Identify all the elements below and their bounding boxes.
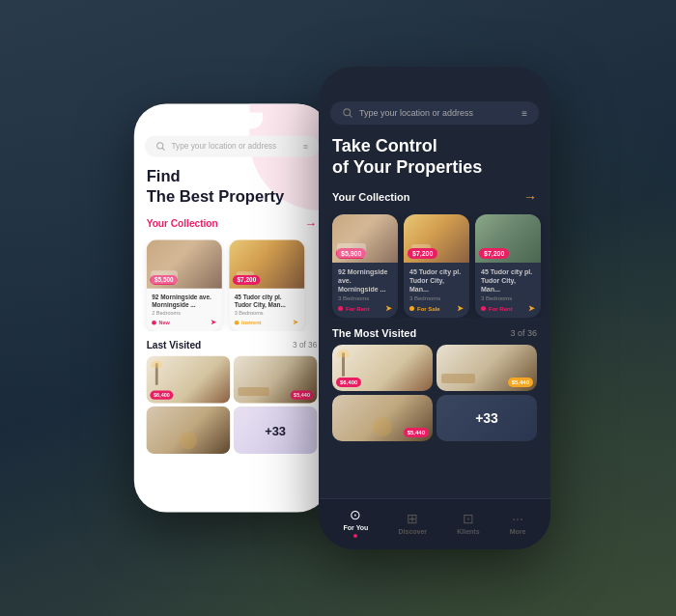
phone1-last-visited: Last Visited 3 of 36 $6,400 $5,440 +33 (134, 331, 329, 454)
phone2-cards-row: $5,900 92 Morningside ave. Morningside .… (319, 214, 550, 318)
klients-label: Klients (457, 528, 479, 535)
phone2-collection-label: Your Collection (332, 191, 409, 203)
phone2-collection-arrow[interactable]: → (523, 189, 537, 205)
phone1-card1-body: 92 Morningside ave. Morningside ... 2 Be… (147, 289, 222, 331)
phone1-card1-address: 92 Morningside ave. Morningside ... (152, 294, 216, 310)
phone2-title-line2: of Your Properties (332, 157, 482, 177)
nav-item-foryou[interactable]: ⊙ For You (344, 507, 369, 538)
phone2-collection-header: Your Collection → (319, 185, 550, 209)
phone1-cell2-price: $5,440 (290, 391, 313, 400)
svg-line-1 (162, 148, 164, 150)
phone2-plus-count: +33 (475, 410, 498, 426)
phone1-card2-img: $7,200 (229, 239, 304, 289)
phone1-card-1[interactable]: $5,500 92 Morningside ave. Morningside .… (147, 239, 222, 331)
nav-item-more[interactable]: ··· More (510, 511, 526, 535)
phone2-visited-cell-2[interactable]: $5,440 (437, 345, 537, 391)
phones-container: Type your location or address ≡ Find The… (126, 67, 550, 549)
phone2-card-1[interactable]: $5,900 92 Morningside ave. Morningside .… (332, 214, 398, 318)
phone1-card2-address: 45 Tudor city pl. Tudor City, Man... (235, 294, 299, 310)
foryou-icon: ⊙ (350, 507, 361, 522)
phone1-card2-status-dot (235, 321, 239, 325)
phone2-cell2-price: $5,440 (508, 378, 533, 387)
phone2-card1-send-icon[interactable]: ➤ (385, 304, 392, 313)
phone2-card1-address: 92 Morningside ave. Morningside ... (338, 267, 392, 294)
phone2-card2-img: $7,200 (404, 214, 469, 263)
more-label: More (510, 528, 526, 535)
phone2-card3-send-icon[interactable]: ➤ (528, 304, 535, 313)
phone2-card-3[interactable]: $7,200 45 Tudor city pl. Tudor City, Man… (475, 214, 541, 318)
phone1-card2-send-icon[interactable]: ➤ (293, 319, 298, 326)
nav-item-klients[interactable]: ⊡ Klients (457, 511, 479, 535)
klients-icon: ⊡ (463, 511, 474, 526)
phone1-visited-cell-2[interactable]: $5,440 (234, 356, 317, 404)
phone1-notch (201, 113, 263, 129)
phone1-plus-count: +33 (265, 423, 286, 437)
phone2-card3-status-label: For Rent (489, 306, 513, 312)
phone2-search-icon (342, 107, 353, 119)
phone2-card1-beds: 3 Bedrooms (338, 295, 392, 301)
phone1-lv-title: Last Visited (147, 340, 202, 350)
phone1-lv-header: Last Visited 3 of 36 (147, 340, 318, 350)
phone2-card3-price: $7,200 (479, 248, 509, 259)
more-icon: ··· (512, 511, 523, 526)
phone1-search-bar[interactable]: Type your location or address ≡ (145, 136, 319, 157)
phone2-most-visited: The Most Visited 3 of 36 $6,400 $5,440 $… (319, 318, 550, 441)
phone2-search-placeholder: Type your location or address (359, 108, 516, 118)
phone1-collection-label: Your Collection (147, 218, 218, 229)
phone2-cell1-price: $6,400 (336, 378, 361, 387)
phone2-filter-icon[interactable]: ≡ (521, 108, 527, 119)
phone1-collection-arrow[interactable]: → (304, 216, 317, 231)
phone-light: Type your location or address ≡ Find The… (134, 103, 329, 512)
phone2-card2-send-icon[interactable]: ➤ (457, 304, 464, 313)
phone1-card2-beds: 3 Bedrooms (235, 311, 299, 317)
phone2-card2-beds: 3 Bedrooms (409, 295, 464, 301)
phone1-visited-cell-1[interactable]: $6,400 (147, 356, 230, 404)
phone1-visited-cell-4[interactable]: +33 (234, 406, 317, 454)
discover-label: Discover (398, 528, 427, 535)
discover-icon: ⊞ (407, 511, 418, 526)
phone2-card3-body: 45 Tudor city pl. Tudor City, Man... 3 B… (475, 263, 541, 318)
phone1-search-placeholder: Type your location or address (171, 142, 297, 151)
phone2-card2-status-label: For Sale (417, 306, 440, 312)
phone-dark: Type your location or address ≡ Take Con… (319, 67, 550, 549)
phone2-card1-body: 92 Morningside ave. Morningside ... 3 Be… (332, 263, 398, 318)
phone2-visited-cell-1[interactable]: $6,400 (332, 345, 433, 391)
phone2-visited-cell-4[interactable]: +33 (437, 395, 537, 441)
phone1-card2-status: Instrent ➤ (235, 319, 299, 326)
phone2-card1-status: For Rent ➤ (338, 304, 392, 313)
phone1-card1-price: $5,500 (150, 275, 178, 285)
phone1-cards-row: $5,500 92 Morningside ave. Morningside .… (134, 239, 329, 331)
phone1-card1-img: $5,500 (147, 239, 222, 289)
phone2-visited-grid: $6,400 $5,440 $5,440 +33 (332, 345, 537, 441)
phone2-card-2[interactable]: $7,200 45 Tudor city pl. Tudor City, Man… (404, 214, 469, 318)
phone1-cell1-price: $6,400 (150, 391, 173, 400)
phone1-card1-status: New ➤ (152, 319, 216, 326)
phone1-top-bar (134, 103, 329, 128)
phone1-card1-status-dot (152, 321, 156, 325)
phone1-visited-cell-3[interactable] (147, 406, 230, 454)
phone2-card2-dot (409, 306, 414, 311)
phone1-card1-send-icon[interactable]: ➤ (211, 319, 216, 326)
phone1-title-line1: Find (147, 168, 181, 185)
phone1-card1-status-label: New (159, 321, 170, 326)
phone1-visited-grid: $6,400 $5,440 +33 (147, 356, 318, 454)
search-icon (155, 141, 166, 152)
nav-item-discover[interactable]: ⊞ Discover (398, 511, 427, 535)
phone1-collection-header: Your Collection → (134, 213, 329, 235)
phone2-notch (401, 76, 468, 94)
phone2-search-bar[interactable]: Type your location or address ≡ (330, 101, 539, 125)
phone2-card2-body: 45 Tudor city pl. Tudor City, Man... 3 B… (404, 263, 469, 318)
phone2-card1-img: $5,900 (332, 214, 398, 263)
foryou-label: For You (344, 524, 369, 531)
phone2-visited-cell-3[interactable]: $5,440 (332, 395, 433, 441)
phone2-card3-img: $7,200 (475, 214, 541, 263)
phone1-card-2[interactable]: $7,200 45 Tudor city pl. Tudor City, Man… (229, 239, 304, 331)
phone2-title-line1: Take Control (332, 136, 437, 155)
phone2-card3-dot (481, 306, 486, 311)
phone2-main-title: Take Control of Your Properties (319, 132, 550, 185)
phone2-card1-dot (338, 306, 343, 311)
svg-line-3 (350, 115, 352, 117)
phone1-filter-icon[interactable]: ≡ (303, 142, 308, 152)
phone2-top-bar (319, 67, 550, 94)
phone1-title-line2: The Best Property (147, 187, 285, 205)
